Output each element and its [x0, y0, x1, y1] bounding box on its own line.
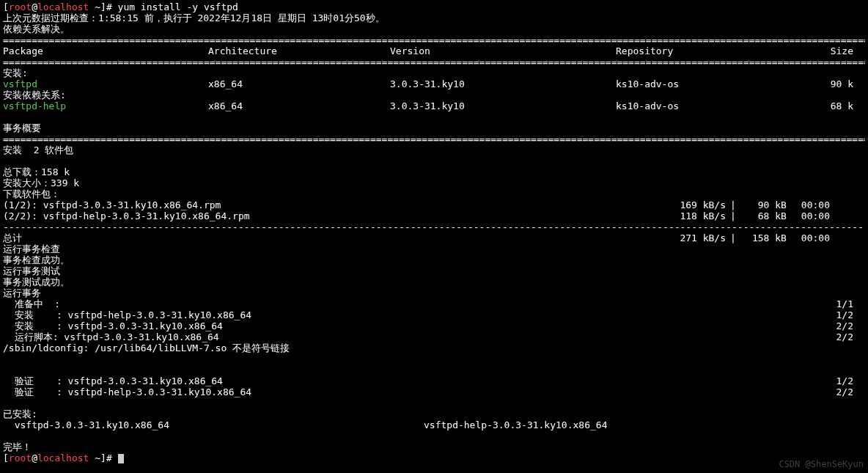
step-text: 安装 : vsftpd-help-3.0.3-31.ky10.x86_64: [3, 309, 824, 320]
installed-size: 安装大小：339 k: [3, 177, 865, 188]
step-text: 安装 : vsftpd-3.0.3-31.ky10.x86_64: [3, 320, 824, 331]
total-size: 158 kB: [740, 232, 787, 243]
trans-run: 运行事务: [3, 287, 865, 298]
download-row: (2/2): vsftpd-help-3.0.3-31.ky10.x86_64.…: [3, 210, 830, 221]
step-row: 安装 : vsftpd-help-3.0.3-31.ky10.x86_641/2: [3, 309, 853, 320]
step-row: 安装 : vsftpd-3.0.3-31.ky10.x86_642/2: [3, 320, 853, 331]
terminal-window[interactable]: [root@localhost ~]# yum install -y vsftp…: [0, 0, 868, 473]
last-metadata-check: 上次元数据过期检查：1:58:15 前，执行于 2022年12月18日 星期日 …: [3, 12, 865, 23]
bracket-open: [: [3, 452, 9, 463]
header-repo: Repository: [616, 45, 817, 56]
step-row: 运行脚本: vsftpd-3.0.3-31.ky10.x86_642/2: [3, 331, 853, 342]
total-download: 总下载：158 k: [3, 166, 865, 177]
prompt-tilde: ~: [89, 1, 100, 12]
section-deps: 安装依赖关系:: [3, 89, 865, 100]
step-count: 1/1: [824, 298, 853, 309]
download-bar: |: [726, 210, 740, 221]
step-count: 2/2: [824, 320, 853, 331]
verify-count: 2/2: [824, 386, 853, 397]
download-speed: 169 kB/s: [668, 199, 726, 210]
blank-line: [3, 397, 865, 408]
rule-equals: ========================================…: [3, 133, 865, 144]
summary-count: 安装 2 软件包: [3, 144, 865, 155]
header-arch: Architecture: [208, 45, 390, 56]
header-version: Version: [390, 45, 616, 56]
downloading-header: 下载软件包：: [3, 188, 865, 199]
prompt-tilde: ~: [89, 452, 100, 463]
bracket-close: ]#: [100, 452, 117, 463]
package-version: 3.0.3-31.ky10: [390, 78, 616, 89]
blank-line: [3, 430, 865, 441]
total-time: 00:00: [787, 232, 830, 243]
rule-equals: ========================================…: [3, 56, 865, 67]
installed-pkg: vsftpd-3.0.3-31.ky10.x86_64: [3, 419, 424, 430]
bracket-open: [: [3, 1, 9, 12]
step-text: 准备中 :: [3, 298, 824, 309]
trans-test-ok: 事务测试成功。: [3, 276, 865, 287]
download-size: 68 kB: [740, 210, 787, 221]
at-sign: @: [32, 452, 37, 463]
download-size: 90 kB: [740, 199, 787, 210]
step-row: 准备中 :1/1: [3, 298, 853, 309]
table-header: Package Architecture Version Repository …: [3, 45, 853, 56]
installed-header: 已安装:: [3, 408, 865, 419]
cursor-icon: [118, 454, 124, 463]
total-label: 总计: [3, 232, 668, 243]
package-repo: ks10-adv-os: [616, 100, 817, 111]
step-count: 2/2: [824, 331, 853, 342]
trans-run-test: 运行事务测试: [3, 265, 865, 276]
download-bar: |: [726, 199, 740, 210]
package-arch: x86_64: [208, 78, 390, 89]
step-text: 运行脚本: vsftpd-3.0.3-31.ky10.x86_64: [3, 331, 824, 342]
download-label: (1/2): vsftpd-3.0.3-31.ky10.x86_64.rpm: [3, 199, 668, 210]
verify-row: 验证 : vsftpd-help-3.0.3-31.ky10.x86_642/2: [3, 386, 853, 397]
package-size: 68 k: [817, 100, 853, 111]
package-name: vsftpd-help: [3, 100, 208, 111]
complete-label: 完毕！: [3, 441, 865, 452]
table-row: vsftpd-help x86_64 3.0.3-31.ky10 ks10-ad…: [3, 100, 853, 111]
download-label: (2/2): vsftpd-help-3.0.3-31.ky10.x86_64.…: [3, 210, 668, 221]
download-speed: 118 kB/s: [668, 210, 726, 221]
command-text: yum install -y vsftpd: [118, 1, 238, 12]
table-row: vsftpd x86_64 3.0.3-31.ky10 ks10-adv-os …: [3, 78, 853, 89]
prompt-line-2[interactable]: [root@localhost ~]#: [3, 452, 865, 463]
section-installing: 安装:: [3, 67, 865, 78]
prompt-host: localhost: [37, 452, 89, 463]
installed-list: vsftpd-3.0.3-31.ky10.x86_64 vsftpd-help-…: [3, 419, 853, 430]
download-total-row: 总计 271 kB/s | 158 kB 00:00: [3, 232, 830, 243]
installed-pkg: vsftpd-help-3.0.3-31.ky10.x86_64: [424, 419, 849, 430]
at-sign: @: [32, 1, 37, 12]
package-name: vsftpd: [3, 78, 208, 89]
prompt-user: root: [9, 452, 32, 463]
ldconfig-warning: /sbin/ldconfig: /usr/lib64/libLLVM-7.so …: [3, 342, 865, 353]
prompt-host: localhost: [37, 1, 89, 12]
watermark-text: CSDN @ShenSeKyun: [779, 459, 864, 470]
package-version: 3.0.3-31.ky10: [390, 100, 616, 111]
blank-line: [3, 353, 865, 364]
dependencies-resolved: 依赖关系解决。: [3, 23, 865, 34]
package-arch: x86_64: [208, 100, 390, 111]
package-size: 90 k: [817, 78, 853, 89]
verify-count: 1/2: [824, 375, 853, 386]
trans-run-check: 运行事务检查: [3, 243, 865, 254]
download-time: 00:00: [787, 210, 830, 221]
blank-line: [3, 364, 865, 375]
blank-line: [3, 155, 865, 166]
total-speed: 271 kB/s: [668, 232, 726, 243]
trans-check-ok: 事务检查成功。: [3, 254, 865, 265]
prompt-line-1: [root@localhost ~]# yum install -y vsftp…: [3, 1, 865, 12]
prompt-user: root: [9, 1, 32, 12]
header-package: Package: [3, 45, 208, 56]
package-repo: ks10-adv-os: [616, 78, 817, 89]
total-bar: |: [726, 232, 740, 243]
blank-line: [3, 111, 865, 122]
download-row: (1/2): vsftpd-3.0.3-31.ky10.x86_64.rpm 1…: [3, 199, 830, 210]
step-count: 1/2: [824, 309, 853, 320]
download-time: 00:00: [787, 199, 830, 210]
rule-equals: ========================================…: [3, 34, 865, 45]
rule-dashes: ----------------------------------------…: [3, 221, 865, 232]
verify-row: 验证 : vsftpd-3.0.3-31.ky10.x86_641/2: [3, 375, 853, 386]
bracket-close: ]#: [100, 1, 117, 12]
verify-text: 验证 : vsftpd-help-3.0.3-31.ky10.x86_64: [3, 386, 824, 397]
verify-text: 验证 : vsftpd-3.0.3-31.ky10.x86_64: [3, 375, 824, 386]
